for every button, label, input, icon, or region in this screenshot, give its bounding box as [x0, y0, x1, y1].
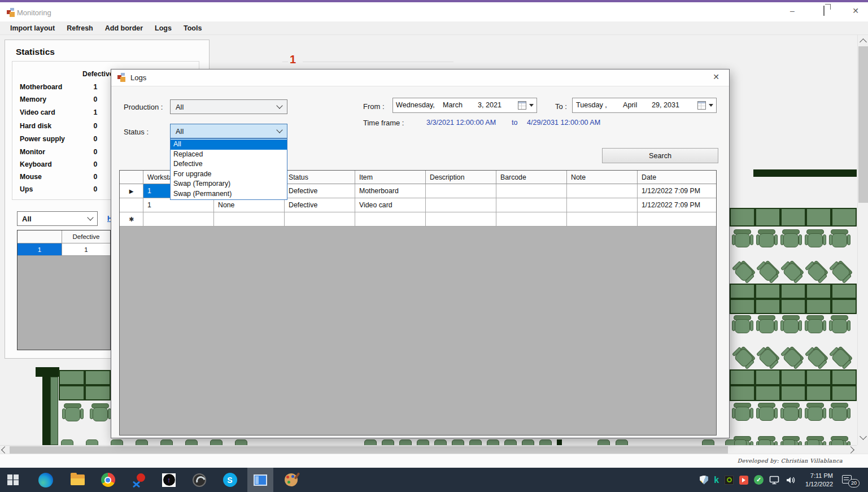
dropdown-option[interactable]: For upgrade [171, 169, 287, 180]
row-selector-cell[interactable]: ▶ [120, 184, 143, 198]
grid-corner-cell[interactable] [120, 171, 143, 184]
logs-dialog-titlebar[interactable]: Logs ✕ [111, 69, 729, 86]
grid-header-barcode[interactable]: Barcode [496, 171, 567, 184]
tray-app-icon[interactable] [739, 476, 748, 485]
grid-header-description[interactable]: Description [426, 171, 496, 184]
menu-logs[interactable]: Logs [155, 24, 172, 32]
nvidia-icon[interactable] [725, 476, 734, 485]
desk-cell [806, 385, 831, 401]
horizontal-scroll-thumb[interactable] [10, 446, 728, 454]
kaspersky-icon[interactable]: k [714, 476, 719, 485]
taskbar-paint[interactable] [278, 468, 304, 492]
menu-add-border[interactable]: Add border [105, 24, 143, 32]
production-dropdown[interactable]: All [170, 99, 287, 114]
filter-dropdown[interactable]: All [17, 211, 98, 226]
search-button[interactable]: Search [602, 148, 718, 163]
summary-grid-corner[interactable] [18, 230, 62, 243]
stat-value: 0 [85, 95, 106, 103]
grid-header-note[interactable]: Note [567, 171, 638, 184]
start-button[interactable] [0, 468, 26, 492]
scroll-down-icon[interactable] [860, 433, 867, 440]
taskbar-uploader[interactable]: ↑ [156, 468, 182, 492]
grid-cell[interactable] [496, 212, 567, 227]
volume-icon[interactable] [786, 476, 796, 485]
logs-grid-new-row[interactable]: ✱ [120, 212, 716, 227]
grid-cell-date[interactable]: 1/12/2022 7:09 PM [638, 184, 717, 198]
title-bar[interactable]: Monitoring [0, 2, 868, 21]
taskbar-obs[interactable] [186, 468, 212, 492]
grid-cell[interactable]: None [214, 198, 285, 212]
taskbar-monitoring-active[interactable] [247, 468, 273, 492]
status-dropdown[interactable]: All [170, 124, 287, 138]
security-shield-icon[interactable] [700, 476, 708, 485]
menu-refresh[interactable]: Refresh [67, 24, 93, 32]
desk-cell [59, 385, 85, 400]
to-date-picker[interactable]: Tuesday , April 29, 2031 [572, 98, 717, 113]
calendar-dropdown-button[interactable] [518, 101, 534, 110]
new-row-selector-cell[interactable]: ✱ [120, 212, 143, 227]
close-button[interactable]: ✕ [847, 6, 864, 15]
grid-cell[interactable] [214, 212, 285, 227]
taskbar-skype[interactable]: S [217, 468, 243, 492]
calendar-dropdown-button[interactable] [697, 101, 713, 110]
chair-top [185, 439, 198, 445]
scroll-left-icon[interactable] [1, 446, 8, 454]
grid-cell[interactable] [355, 212, 426, 227]
taskbar-recorder[interactable] [125, 468, 151, 492]
dropdown-option[interactable]: Replaced [171, 150, 287, 160]
dropdown-option[interactable]: Swap (Permanent) [171, 189, 287, 199]
grid-cell-status[interactable]: Defective [285, 198, 355, 212]
logs-grid-row[interactable]: 1 None Defective Video card 1/12/2022 7:… [120, 198, 716, 212]
grid-cell[interactable] [638, 212, 717, 227]
antivirus-check-icon[interactable]: ✓ [754, 475, 764, 485]
grid-cell[interactable] [143, 212, 214, 227]
grid-cell-workstation[interactable]: 1 [143, 198, 214, 212]
from-date-picker[interactable]: Wednesday, March 3, 2021 [392, 98, 537, 113]
vertical-scroll-thumb[interactable] [858, 46, 868, 203]
grid-cell-barcode[interactable] [496, 184, 567, 198]
vertical-scrollbar[interactable] [857, 35, 868, 445]
app-icon [7, 8, 16, 17]
desk-cell [806, 284, 831, 299]
menu-import-layout[interactable]: Import layout [10, 24, 55, 32]
minimize-button[interactable]: – [784, 6, 801, 15]
grid-header-status[interactable]: Status [285, 171, 355, 184]
menu-tools[interactable]: Tools [184, 24, 202, 32]
taskbar-chrome[interactable] [95, 468, 121, 492]
scroll-right-icon[interactable] [847, 446, 854, 454]
grid-cell-note[interactable] [567, 184, 638, 198]
grid-cell[interactable] [426, 212, 496, 227]
stat-label: Motherboard [20, 83, 62, 91]
grid-header-date[interactable]: Date [638, 171, 717, 184]
action-center-icon[interactable]: 20 [842, 475, 854, 485]
restore-button[interactable] [815, 6, 832, 15]
grid-cell-status[interactable]: Defective [285, 184, 355, 198]
row-selector-cell[interactable] [120, 198, 143, 212]
grid-cell-item[interactable]: Video card [355, 198, 426, 212]
dropdown-arrow-icon [709, 104, 713, 107]
timeframe-connector: to [512, 119, 518, 127]
stat-label: Monitor [20, 148, 45, 156]
grid-cell-description[interactable] [426, 184, 496, 198]
taskbar-clock[interactable]: 7:11 PM 1/12/2022 [805, 472, 833, 488]
taskbar-edge[interactable] [33, 468, 59, 492]
grid-cell-item[interactable]: Motherboard [355, 184, 426, 198]
dropdown-option[interactable]: All [171, 140, 287, 150]
summary-grid-cell[interactable]: 1 [18, 243, 62, 256]
grid-cell[interactable] [285, 212, 355, 227]
grid-header-item[interactable]: Item [355, 171, 426, 184]
scroll-up-icon[interactable] [860, 38, 867, 46]
dropdown-option[interactable]: Swap (Temporary) [171, 179, 287, 189]
display-tray-icon[interactable] [769, 476, 780, 485]
grid-cell-barcode[interactable] [496, 198, 567, 212]
horizontal-scrollbar[interactable] [0, 445, 857, 454]
grid-cell-date[interactable]: 1/12/2022 7:09 PM [638, 198, 717, 212]
summary-grid-header[interactable]: Defective [62, 230, 110, 243]
grid-cell-description[interactable] [426, 198, 496, 212]
grid-cell-note[interactable] [567, 198, 638, 212]
dropdown-option[interactable]: Defective [171, 159, 287, 169]
logs-close-icon[interactable]: ✕ [710, 72, 722, 81]
summary-grid-cell[interactable]: 1 [62, 243, 110, 256]
grid-cell[interactable] [567, 212, 638, 227]
taskbar-explorer[interactable] [64, 468, 90, 492]
